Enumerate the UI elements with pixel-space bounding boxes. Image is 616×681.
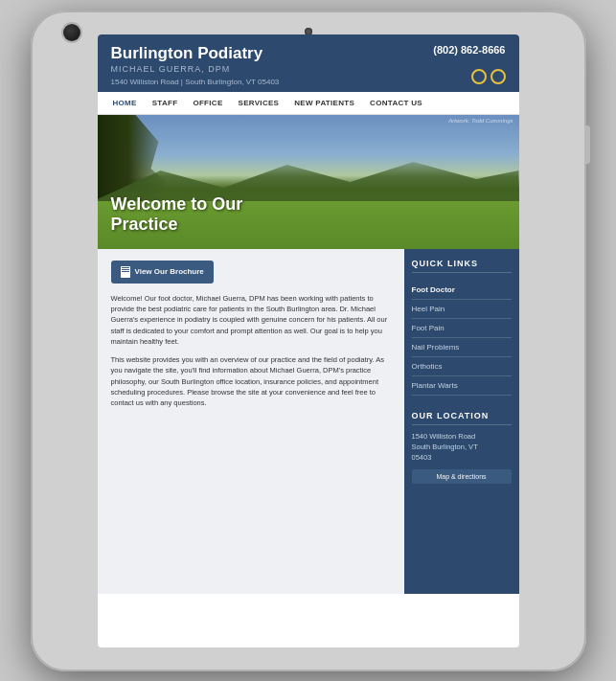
brochure-label: View Our Brochure: [135, 267, 204, 276]
address-line2: South Burlington, VT: [412, 443, 478, 451]
brochure-icon: [121, 266, 130, 278]
quick-link-plantar-warts[interactable]: Plantar Warts: [412, 376, 512, 396]
map-directions-button[interactable]: Map & directions: [412, 469, 512, 484]
paragraph-2: This website provides you with an overvi…: [111, 354, 391, 408]
main-content: View Our Brochure Welcome! Our foot doct…: [98, 249, 519, 594]
hero-title: Welcome to Our Practice: [111, 194, 243, 236]
hero-title-line2: Practice: [111, 215, 178, 234]
hero-title-line1: Welcome to Our: [111, 194, 243, 214]
site-header: Burlington Podiatry MICHAEL GUERRA, DPM …: [98, 34, 519, 92]
quick-links-title: QUICK LINKS: [412, 259, 512, 273]
location-section: OUR LOCATION 1540 Williston Road South B…: [412, 411, 512, 484]
nav-services[interactable]: SERVICES: [231, 92, 287, 114]
nav-home[interactable]: HOME: [105, 92, 145, 114]
brochure-button[interactable]: View Our Brochure: [111, 261, 214, 284]
social-icon-1[interactable]: [471, 69, 487, 84]
social-icon-2[interactable]: [491, 69, 506, 84]
nav-staff[interactable]: STAFF: [145, 92, 186, 114]
address-line1: 1540 Williston Road: [412, 432, 476, 441]
site-subtitle: MICHAEL GUERRA, DPM: [111, 64, 506, 74]
nav-office[interactable]: OFFICE: [185, 92, 230, 114]
front-camera: [63, 24, 80, 41]
quick-link-foot-pain[interactable]: Foot Pain: [412, 319, 512, 338]
quick-link-orthotics[interactable]: Orthotics: [412, 357, 512, 376]
site-phone: (802) 862-8666: [433, 44, 505, 56]
tablet-frame: Burlington Podiatry MICHAEL GUERRA, DPM …: [31, 11, 586, 671]
site-address: 1540 Williston Road | South Burlington, …: [111, 78, 506, 86]
content-left: View Our Brochure Welcome! Our foot doct…: [98, 249, 404, 594]
quick-link-foot-doctor[interactable]: Foot Doctor: [412, 281, 512, 300]
location-address: 1540 Williston Road South Burlington, VT…: [412, 431, 512, 464]
address-line3: 05403: [412, 453, 432, 462]
quick-link-nail-problems[interactable]: Nail Problems: [412, 338, 512, 357]
site-nav: HOME STAFF OFFICE SERVICES NEW PATIENTS …: [98, 92, 519, 115]
nav-contact-us[interactable]: CONTACT US: [362, 92, 430, 114]
content-sidebar: QUICK LINKS Foot Doctor Heel Pain Foot P…: [404, 249, 519, 594]
location-title: OUR LOCATION: [412, 411, 512, 425]
paragraph-1: Welcome! Our foot doctor, Michael Guerra…: [111, 293, 391, 347]
social-icons: [471, 69, 506, 84]
artwork-credit: Artwork: Todd Cummings: [448, 118, 513, 124]
quick-link-heel-pain[interactable]: Heel Pain: [412, 300, 512, 319]
screen: Burlington Podiatry MICHAEL GUERRA, DPM …: [98, 34, 519, 647]
hero-section: Artwork: Todd Cummings Welcome to Our Pr…: [98, 115, 519, 249]
side-button: [584, 125, 590, 164]
nav-new-patients[interactable]: NEW PATIENTS: [286, 92, 362, 114]
